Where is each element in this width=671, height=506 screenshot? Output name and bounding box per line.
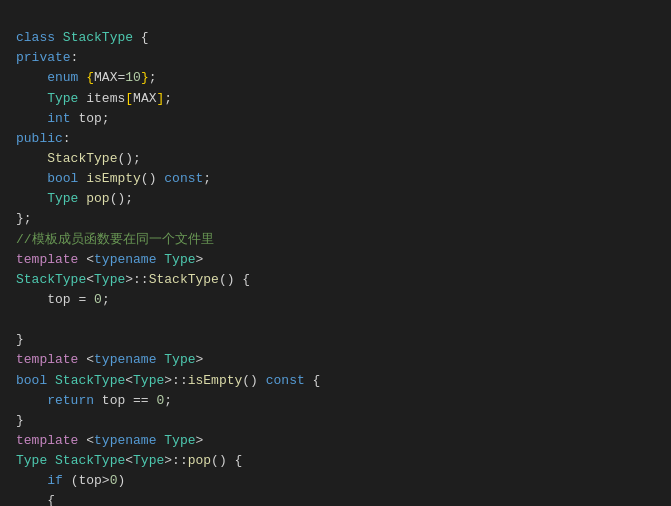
code-block: class StackType { private: enum {MAX=10}…	[0, 0, 671, 506]
